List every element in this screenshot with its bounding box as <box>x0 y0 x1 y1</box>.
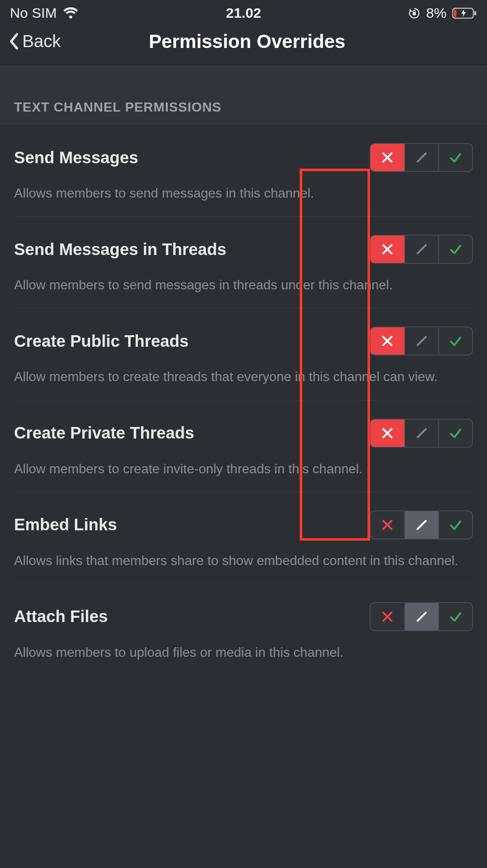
neutral-button[interactable] <box>404 327 438 355</box>
permission-description: Allows members to upload files or media … <box>14 644 473 661</box>
deny-button[interactable] <box>370 236 404 263</box>
neutral-button[interactable] <box>404 144 438 171</box>
permission-row-create-private-threads: Create Private Threads <box>14 401 473 492</box>
permission-toggle <box>370 510 473 539</box>
clock-label: 21.02 <box>226 5 261 21</box>
permission-row-attach-files: Attach Files Allow <box>14 584 473 675</box>
neutral-button[interactable] <box>404 603 438 630</box>
header-bar: Back Permission Overrides <box>0 24 487 65</box>
wifi-icon <box>62 7 79 20</box>
permission-description: Allow members to send messages in thread… <box>14 276 473 294</box>
x-icon <box>381 610 394 623</box>
permission-description: Allow members to create threads that eve… <box>14 368 473 386</box>
section-spacer <box>0 65 487 90</box>
neutral-button[interactable] <box>404 511 438 539</box>
carrier-label: No SIM <box>10 5 57 21</box>
x-icon <box>381 243 394 255</box>
svg-rect-0 <box>413 12 416 15</box>
allow-button[interactable] <box>438 236 472 263</box>
allow-button[interactable] <box>438 603 472 630</box>
check-icon <box>449 334 463 348</box>
slash-icon <box>415 242 429 256</box>
neutral-button[interactable] <box>404 420 438 447</box>
slash-icon <box>415 334 429 348</box>
check-icon <box>449 242 463 256</box>
allow-button[interactable] <box>438 144 472 171</box>
permission-title: Send Messages in Threads <box>14 240 227 259</box>
deny-button[interactable] <box>370 144 404 171</box>
check-icon <box>449 518 463 532</box>
x-icon <box>381 427 394 439</box>
deny-button[interactable] <box>370 327 404 355</box>
permission-description: Allow members to create invite-only thre… <box>14 460 473 478</box>
deny-button[interactable] <box>370 420 404 447</box>
permission-title: Send Messages <box>14 148 138 167</box>
svg-rect-2 <box>474 11 476 15</box>
section-header: TEXT CHANNEL PERMISSIONS <box>0 90 487 125</box>
battery-icon <box>452 7 477 19</box>
battery-pct-label: 8% <box>426 5 446 21</box>
permission-title: Embed Links <box>14 515 117 534</box>
permission-row-create-public-threads: Create Public Threads <box>14 308 473 400</box>
neutral-button[interactable] <box>404 236 438 263</box>
slash-icon <box>415 610 429 624</box>
permission-row-send-messages: Send Messages Allo <box>14 125 473 217</box>
allow-button[interactable] <box>438 511 472 539</box>
permission-title: Create Private Threads <box>14 424 194 442</box>
x-icon <box>381 151 394 164</box>
slash-icon <box>415 150 429 165</box>
permission-description: Allows links that members share to show … <box>14 552 473 570</box>
page-title: Permission Overrides <box>15 30 479 52</box>
allow-button[interactable] <box>438 420 472 447</box>
permission-toggle <box>370 419 473 448</box>
permission-row-send-messages-threads: Send Messages in Threads <box>14 217 473 308</box>
status-bar: No SIM 21.02 8% <box>0 0 487 24</box>
permission-title: Create Public Threads <box>14 332 189 351</box>
deny-button[interactable] <box>370 603 404 630</box>
slash-icon <box>415 426 429 440</box>
slash-icon <box>415 518 429 532</box>
permission-toggle <box>370 235 473 264</box>
x-icon <box>381 519 394 531</box>
x-icon <box>381 335 394 347</box>
permission-toggle <box>370 602 473 631</box>
permission-title: Attach Files <box>14 607 108 626</box>
permission-description: Allows members to send messages in this … <box>14 184 473 202</box>
check-icon <box>449 610 463 624</box>
permission-list: Send Messages Allo <box>0 125 487 675</box>
permission-toggle <box>370 143 473 172</box>
permission-row-embed-links: Embed Links Allows <box>14 492 473 584</box>
svg-rect-3 <box>454 10 456 17</box>
deny-button[interactable] <box>370 511 404 539</box>
permission-toggle <box>370 327 473 355</box>
allow-button[interactable] <box>438 327 472 355</box>
check-icon <box>449 426 463 440</box>
orientation-lock-icon <box>408 7 420 19</box>
check-icon <box>449 150 463 165</box>
